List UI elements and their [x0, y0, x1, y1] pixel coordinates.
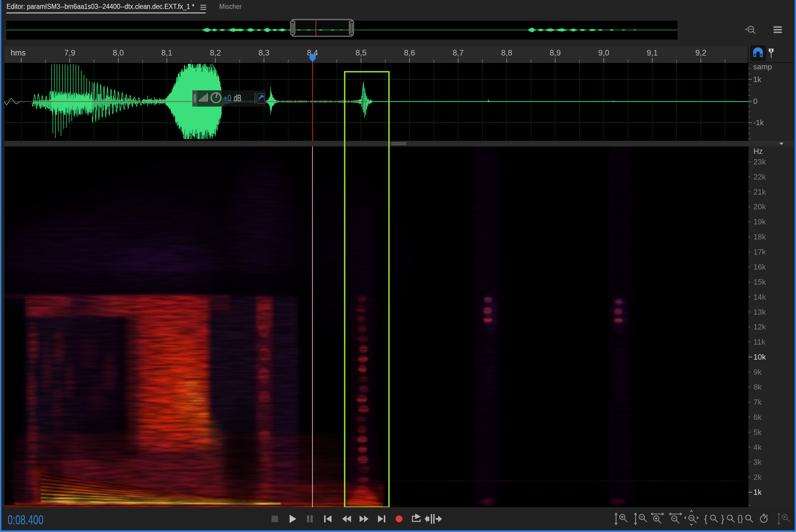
svg-text:8k: 8k — [754, 383, 762, 392]
svg-text:1k: 1k — [754, 488, 762, 497]
svg-text:9,0: 9,0 — [598, 49, 610, 57]
svg-text:20k: 20k — [754, 202, 766, 211]
svg-text:10k: 10k — [754, 353, 766, 361]
svg-text:15k: 15k — [754, 278, 766, 286]
svg-text:}: } — [721, 513, 724, 524]
svg-text:14k: 14k — [754, 292, 766, 301]
svg-text:dB: dB — [234, 93, 241, 103]
svg-text:1k: 1k — [753, 75, 761, 84]
svg-text:9,2: 9,2 — [695, 49, 706, 57]
svg-text:{}: {} — [737, 513, 743, 523]
svg-text:+0: +0 — [223, 93, 231, 103]
svg-text:8,8: 8,8 — [501, 49, 512, 57]
svg-text:8,0: 8,0 — [113, 49, 124, 57]
svg-text:{: { — [704, 513, 707, 524]
svg-text:7,9: 7,9 — [64, 49, 75, 57]
svg-text:8,1: 8,1 — [161, 49, 173, 57]
svg-text:hms: hms — [11, 49, 26, 57]
svg-text:8,7: 8,7 — [453, 49, 464, 57]
svg-text:-1k: -1k — [753, 118, 764, 127]
svg-text:4k: 4k — [754, 443, 762, 452]
svg-text:0:08.400: 0:08.400 — [8, 512, 43, 527]
svg-text:18k: 18k — [754, 232, 766, 241]
svg-text:samp: samp — [753, 62, 772, 71]
svg-text:6k: 6k — [754, 413, 762, 422]
svg-text:7k: 7k — [754, 398, 762, 406]
svg-text:23k: 23k — [754, 157, 766, 166]
svg-text:22k: 22k — [754, 172, 766, 181]
svg-text:3k: 3k — [754, 458, 762, 467]
svg-text:Editor: paramISM3--bm6aa1s03--: Editor: paramISM3--bm6aa1s03--24400--dtx… — [6, 3, 195, 10]
svg-text:8,5: 8,5 — [356, 49, 367, 57]
svg-text:17k: 17k — [754, 247, 766, 256]
svg-text:2k: 2k — [754, 473, 762, 481]
svg-text:Mischer: Mischer — [219, 3, 242, 10]
svg-text:8,2: 8,2 — [210, 49, 221, 57]
svg-text:9k: 9k — [754, 367, 762, 376]
svg-text:8,3: 8,3 — [258, 49, 270, 57]
svg-text:8,6: 8,6 — [404, 49, 415, 57]
svg-text:0: 0 — [753, 97, 757, 106]
svg-text:12k: 12k — [754, 322, 766, 331]
svg-text:9,1: 9,1 — [647, 49, 658, 57]
svg-text:5k: 5k — [754, 428, 762, 437]
svg-text:8,9: 8,9 — [549, 49, 561, 57]
svg-text:Hz: Hz — [754, 147, 763, 156]
svg-text:11k: 11k — [754, 338, 765, 346]
svg-text:19k: 19k — [754, 217, 766, 226]
svg-text:21k: 21k — [754, 188, 766, 196]
svg-text:13k: 13k — [754, 308, 766, 317]
svg-text:16k: 16k — [754, 263, 766, 271]
